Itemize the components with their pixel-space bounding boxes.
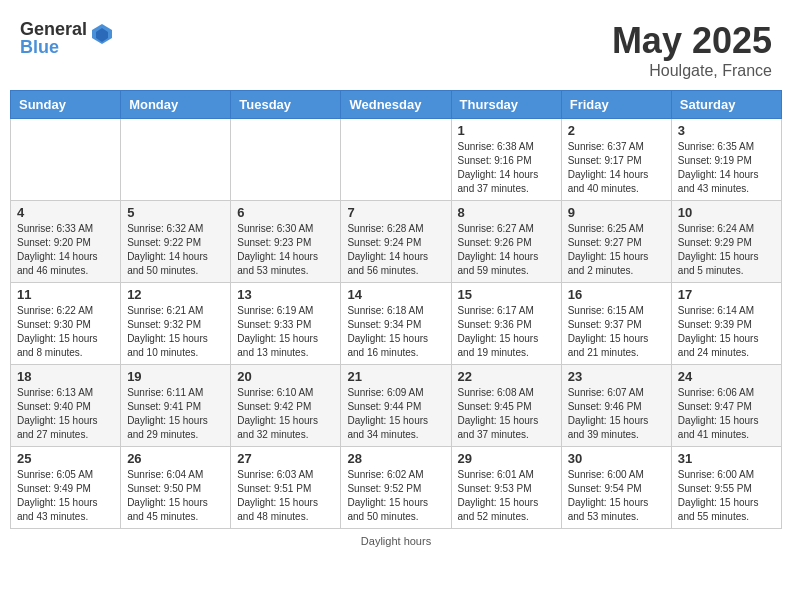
calendar-week-row: 4Sunrise: 6:33 AM Sunset: 9:20 PM Daylig… bbox=[11, 201, 782, 283]
day-number: 15 bbox=[458, 287, 555, 302]
day-info: Sunrise: 6:03 AM Sunset: 9:51 PM Dayligh… bbox=[237, 468, 334, 524]
day-number: 27 bbox=[237, 451, 334, 466]
calendar-day-cell: 19Sunrise: 6:11 AM Sunset: 9:41 PM Dayli… bbox=[121, 365, 231, 447]
day-number: 2 bbox=[568, 123, 665, 138]
calendar-day-cell: 14Sunrise: 6:18 AM Sunset: 9:34 PM Dayli… bbox=[341, 283, 451, 365]
logo-blue: Blue bbox=[20, 38, 87, 56]
weekday-header: Tuesday bbox=[231, 91, 341, 119]
day-info: Sunrise: 6:21 AM Sunset: 9:32 PM Dayligh… bbox=[127, 304, 224, 360]
day-number: 14 bbox=[347, 287, 444, 302]
day-number: 20 bbox=[237, 369, 334, 384]
weekday-header: Friday bbox=[561, 91, 671, 119]
day-info: Sunrise: 6:07 AM Sunset: 9:46 PM Dayligh… bbox=[568, 386, 665, 442]
day-number: 8 bbox=[458, 205, 555, 220]
day-number: 1 bbox=[458, 123, 555, 138]
weekday-header: Sunday bbox=[11, 91, 121, 119]
day-number: 4 bbox=[17, 205, 114, 220]
day-info: Sunrise: 6:24 AM Sunset: 9:29 PM Dayligh… bbox=[678, 222, 775, 278]
calendar-week-row: 18Sunrise: 6:13 AM Sunset: 9:40 PM Dayli… bbox=[11, 365, 782, 447]
calendar-day-cell: 1Sunrise: 6:38 AM Sunset: 9:16 PM Daylig… bbox=[451, 119, 561, 201]
day-info: Sunrise: 6:38 AM Sunset: 9:16 PM Dayligh… bbox=[458, 140, 555, 196]
day-info: Sunrise: 6:02 AM Sunset: 9:52 PM Dayligh… bbox=[347, 468, 444, 524]
day-number: 6 bbox=[237, 205, 334, 220]
day-info: Sunrise: 6:30 AM Sunset: 9:23 PM Dayligh… bbox=[237, 222, 334, 278]
calendar-day-cell: 25Sunrise: 6:05 AM Sunset: 9:49 PM Dayli… bbox=[11, 447, 121, 529]
day-info: Sunrise: 6:11 AM Sunset: 9:41 PM Dayligh… bbox=[127, 386, 224, 442]
day-info: Sunrise: 6:15 AM Sunset: 9:37 PM Dayligh… bbox=[568, 304, 665, 360]
calendar-day-cell: 4Sunrise: 6:33 AM Sunset: 9:20 PM Daylig… bbox=[11, 201, 121, 283]
calendar-day-cell: 5Sunrise: 6:32 AM Sunset: 9:22 PM Daylig… bbox=[121, 201, 231, 283]
calendar-day-cell: 9Sunrise: 6:25 AM Sunset: 9:27 PM Daylig… bbox=[561, 201, 671, 283]
calendar-empty-cell bbox=[121, 119, 231, 201]
calendar-day-cell: 18Sunrise: 6:13 AM Sunset: 9:40 PM Dayli… bbox=[11, 365, 121, 447]
day-info: Sunrise: 6:28 AM Sunset: 9:24 PM Dayligh… bbox=[347, 222, 444, 278]
day-info: Sunrise: 6:08 AM Sunset: 9:45 PM Dayligh… bbox=[458, 386, 555, 442]
calendar-header-row: SundayMondayTuesdayWednesdayThursdayFrid… bbox=[11, 91, 782, 119]
day-number: 13 bbox=[237, 287, 334, 302]
day-info: Sunrise: 6:22 AM Sunset: 9:30 PM Dayligh… bbox=[17, 304, 114, 360]
weekday-header: Saturday bbox=[671, 91, 781, 119]
day-number: 23 bbox=[568, 369, 665, 384]
calendar-day-cell: 30Sunrise: 6:00 AM Sunset: 9:54 PM Dayli… bbox=[561, 447, 671, 529]
day-number: 17 bbox=[678, 287, 775, 302]
day-info: Sunrise: 6:14 AM Sunset: 9:39 PM Dayligh… bbox=[678, 304, 775, 360]
month-title: May 2025 bbox=[612, 20, 772, 62]
calendar-day-cell: 2Sunrise: 6:37 AM Sunset: 9:17 PM Daylig… bbox=[561, 119, 671, 201]
day-info: Sunrise: 6:25 AM Sunset: 9:27 PM Dayligh… bbox=[568, 222, 665, 278]
day-info: Sunrise: 6:10 AM Sunset: 9:42 PM Dayligh… bbox=[237, 386, 334, 442]
day-info: Sunrise: 6:06 AM Sunset: 9:47 PM Dayligh… bbox=[678, 386, 775, 442]
calendar-day-cell: 23Sunrise: 6:07 AM Sunset: 9:46 PM Dayli… bbox=[561, 365, 671, 447]
calendar-day-cell: 13Sunrise: 6:19 AM Sunset: 9:33 PM Dayli… bbox=[231, 283, 341, 365]
day-info: Sunrise: 6:09 AM Sunset: 9:44 PM Dayligh… bbox=[347, 386, 444, 442]
weekday-header: Monday bbox=[121, 91, 231, 119]
day-info: Sunrise: 6:13 AM Sunset: 9:40 PM Dayligh… bbox=[17, 386, 114, 442]
calendar-day-cell: 12Sunrise: 6:21 AM Sunset: 9:32 PM Dayli… bbox=[121, 283, 231, 365]
footer: Daylight hours bbox=[10, 535, 782, 547]
calendar-day-cell: 21Sunrise: 6:09 AM Sunset: 9:44 PM Dayli… bbox=[341, 365, 451, 447]
calendar-day-cell: 3Sunrise: 6:35 AM Sunset: 9:19 PM Daylig… bbox=[671, 119, 781, 201]
calendar-day-cell: 31Sunrise: 6:00 AM Sunset: 9:55 PM Dayli… bbox=[671, 447, 781, 529]
calendar-empty-cell bbox=[231, 119, 341, 201]
weekday-header: Thursday bbox=[451, 91, 561, 119]
day-info: Sunrise: 6:35 AM Sunset: 9:19 PM Dayligh… bbox=[678, 140, 775, 196]
day-number: 18 bbox=[17, 369, 114, 384]
logo-general: General bbox=[20, 20, 87, 38]
calendar-week-row: 11Sunrise: 6:22 AM Sunset: 9:30 PM Dayli… bbox=[11, 283, 782, 365]
day-number: 3 bbox=[678, 123, 775, 138]
day-number: 28 bbox=[347, 451, 444, 466]
calendar-day-cell: 22Sunrise: 6:08 AM Sunset: 9:45 PM Dayli… bbox=[451, 365, 561, 447]
day-number: 7 bbox=[347, 205, 444, 220]
day-number: 9 bbox=[568, 205, 665, 220]
day-number: 25 bbox=[17, 451, 114, 466]
day-info: Sunrise: 6:00 AM Sunset: 9:54 PM Dayligh… bbox=[568, 468, 665, 524]
day-number: 29 bbox=[458, 451, 555, 466]
daylight-label: Daylight hours bbox=[361, 535, 431, 547]
calendar-day-cell: 11Sunrise: 6:22 AM Sunset: 9:30 PM Dayli… bbox=[11, 283, 121, 365]
calendar-day-cell: 16Sunrise: 6:15 AM Sunset: 9:37 PM Dayli… bbox=[561, 283, 671, 365]
day-info: Sunrise: 6:33 AM Sunset: 9:20 PM Dayligh… bbox=[17, 222, 114, 278]
calendar-week-row: 25Sunrise: 6:05 AM Sunset: 9:49 PM Dayli… bbox=[11, 447, 782, 529]
calendar-day-cell: 29Sunrise: 6:01 AM Sunset: 9:53 PM Dayli… bbox=[451, 447, 561, 529]
day-number: 5 bbox=[127, 205, 224, 220]
calendar-empty-cell bbox=[341, 119, 451, 201]
day-info: Sunrise: 6:00 AM Sunset: 9:55 PM Dayligh… bbox=[678, 468, 775, 524]
day-info: Sunrise: 6:17 AM Sunset: 9:36 PM Dayligh… bbox=[458, 304, 555, 360]
day-number: 22 bbox=[458, 369, 555, 384]
calendar-day-cell: 8Sunrise: 6:27 AM Sunset: 9:26 PM Daylig… bbox=[451, 201, 561, 283]
day-info: Sunrise: 6:32 AM Sunset: 9:22 PM Dayligh… bbox=[127, 222, 224, 278]
logo-icon bbox=[90, 22, 114, 46]
title-block: May 2025 Houlgate, France bbox=[612, 20, 772, 80]
day-number: 11 bbox=[17, 287, 114, 302]
calendar-week-row: 1Sunrise: 6:38 AM Sunset: 9:16 PM Daylig… bbox=[11, 119, 782, 201]
day-number: 16 bbox=[568, 287, 665, 302]
day-number: 19 bbox=[127, 369, 224, 384]
day-info: Sunrise: 6:05 AM Sunset: 9:49 PM Dayligh… bbox=[17, 468, 114, 524]
calendar-day-cell: 15Sunrise: 6:17 AM Sunset: 9:36 PM Dayli… bbox=[451, 283, 561, 365]
calendar-table: SundayMondayTuesdayWednesdayThursdayFrid… bbox=[10, 90, 782, 529]
day-info: Sunrise: 6:37 AM Sunset: 9:17 PM Dayligh… bbox=[568, 140, 665, 196]
day-info: Sunrise: 6:04 AM Sunset: 9:50 PM Dayligh… bbox=[127, 468, 224, 524]
day-info: Sunrise: 6:18 AM Sunset: 9:34 PM Dayligh… bbox=[347, 304, 444, 360]
weekday-header: Wednesday bbox=[341, 91, 451, 119]
calendar-day-cell: 7Sunrise: 6:28 AM Sunset: 9:24 PM Daylig… bbox=[341, 201, 451, 283]
day-number: 30 bbox=[568, 451, 665, 466]
